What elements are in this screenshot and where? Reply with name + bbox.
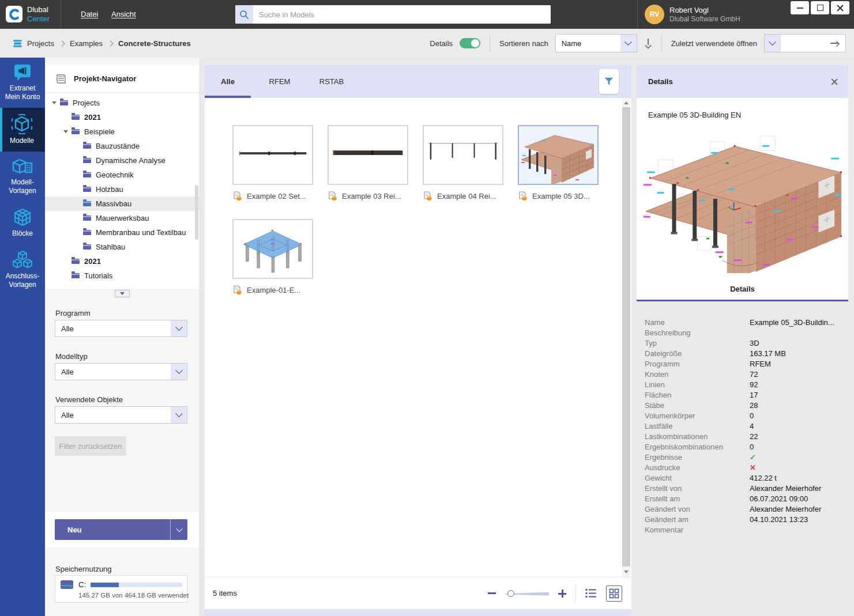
details-toggle[interactable] [460, 38, 480, 48]
list-view-icon[interactable] [585, 588, 597, 598]
filter-button[interactable] [599, 69, 619, 94]
model-thumbnail[interactable] [423, 125, 503, 185]
breadcrumb-toolbar: Projects Examples Concrete-Structures De… [0, 29, 854, 58]
tab-rstab[interactable]: RSTAB [309, 65, 355, 98]
thumbnail-size-slider[interactable] [505, 589, 549, 598]
vertical-scrollbar[interactable] [622, 98, 630, 577]
tree-item-geotechnik[interactable]: Geotechnik [45, 168, 199, 182]
slider-knob[interactable] [507, 590, 514, 597]
navigator-panel: Projekt-Navigator Projects 2021 Beispiel… [45, 58, 199, 616]
search-icon[interactable] [235, 5, 253, 24]
connection-template-icon [12, 250, 33, 270]
scroll-down-icon[interactable] [622, 568, 630, 577]
breadcrumb-examples[interactable]: Examples [70, 39, 103, 48]
frame-model-preview [424, 125, 502, 185]
rail-item-bloecke[interactable]: Blöcke [0, 202, 45, 244]
navigator-header: Projekt-Navigator [45, 65, 199, 93]
divider [575, 585, 576, 602]
zoom-in-icon[interactable] [558, 589, 566, 598]
filter-reset-button[interactable]: Filter zurücksetzen [55, 436, 126, 456]
model-card[interactable]: Example 04 Rei... [423, 125, 505, 201]
model-file-icon [232, 191, 242, 201]
maximize-button[interactable] [811, 1, 829, 14]
property-row-ausdrucke: Ausdrucke✕ [645, 462, 841, 473]
search-box[interactable] [235, 5, 551, 24]
model-thumbnail[interactable] [232, 125, 313, 185]
details-title: Details [637, 77, 673, 86]
tree-scrollbar[interactable] [195, 185, 198, 240]
menu-ansicht[interactable]: Ansicht [111, 10, 136, 18]
sort-select[interactable]: Name [555, 34, 637, 52]
tree-item-dynamische-analyse[interactable]: Dynamische Analyse [45, 153, 199, 168]
tree-collapse-button[interactable] [115, 290, 130, 297]
building-model-preview [519, 126, 597, 184]
rail-item-modelle[interactable]: Modelle [0, 108, 45, 152]
tree-item-membranbau[interactable]: Membranbau und Textilbau [45, 225, 199, 240]
tree-item-2021-2[interactable]: 2021 [45, 254, 199, 269]
model-thumbnail[interactable] [518, 125, 599, 185]
model-thumbnail[interactable] [232, 219, 313, 279]
tree-item-bauzustaende[interactable]: Bauzustände [45, 139, 199, 153]
minimize-button[interactable] [791, 1, 809, 14]
filter-programm-select[interactable]: Alle [55, 320, 187, 337]
model-thumbnail[interactable] [328, 125, 408, 185]
tree-item-tutorials[interactable]: Tutorials [45, 269, 199, 283]
folder-icon [72, 273, 80, 278]
zoom-out-icon[interactable] [488, 592, 496, 594]
new-button[interactable]: Neu [55, 519, 187, 540]
search-input[interactable] [253, 5, 551, 24]
tab-rfem[interactable]: RFEM [257, 65, 303, 98]
rail-item-anschluss-vorlagen[interactable]: Anschluss- Vorlagen [0, 244, 45, 296]
content-statusbar: 5 items [205, 577, 631, 609]
details-header: Details [637, 65, 848, 98]
sort-direction-icon[interactable] [644, 39, 652, 48]
new-dropdown-icon[interactable] [170, 519, 187, 540]
property-row: Kommentar [645, 524, 841, 535]
model-card-selected[interactable]: Example 05 3D... [518, 125, 600, 201]
check-icon: ✓ [750, 453, 841, 462]
window-controls [791, 1, 849, 14]
property-row: Ergebniskombinationen0 [645, 441, 841, 452]
rail-item-extranet[interactable]: Extranet Mein Konto [0, 58, 45, 108]
model-grid: Example 02 Set... Example 03 Rei... [205, 98, 631, 577]
model-card[interactable]: Example 02 Set... [232, 125, 314, 201]
menu-datei[interactable]: Datei [81, 10, 98, 18]
details-tab[interactable]: Details [637, 285, 848, 293]
chevron-right-icon [108, 40, 114, 46]
user-block[interactable]: RV Robert Vogl Dlubal Software GmbH [645, 5, 740, 24]
model-card[interactable]: Example 03 Rei... [328, 125, 409, 201]
tree-item-massivbau[interactable]: Massivbau [45, 196, 199, 211]
scroll-up-icon[interactable] [622, 98, 630, 107]
open-arrow-icon[interactable] [830, 40, 840, 47]
scrollbar-thumb[interactable] [622, 107, 630, 566]
breadcrumb-current: Concrete-Structures [118, 39, 191, 48]
filter-programm-label: Programm [55, 309, 91, 318]
user-org: Dlubal Software GmbH [669, 15, 740, 24]
folder-icon [83, 244, 91, 250]
folder-icon [72, 115, 80, 120]
storage-used-text: 145.27 GB von 464.18 GB verwendet [78, 592, 182, 599]
close-button[interactable] [831, 1, 849, 14]
close-icon[interactable] [831, 78, 838, 85]
avatar[interactable]: RV [645, 5, 664, 24]
chevron-right-icon [59, 40, 65, 46]
breadcrumb-projects[interactable]: Projects [27, 39, 54, 48]
rail-item-modell-vorlagen[interactable]: Modell- Vorlagen [0, 152, 45, 202]
tree-item-2021[interactable]: 2021 [45, 110, 199, 124]
recent-combo[interactable] [764, 34, 846, 52]
tree-item-projects[interactable]: Projects [45, 96, 199, 110]
tree-item-beispiele[interactable]: Beispiele [45, 124, 199, 139]
tree-item-stahlbau[interactable]: Stahlbau [45, 240, 199, 254]
model-card[interactable]: Example-01-E... [232, 219, 314, 295]
filter-modelltyp-select[interactable]: Alle [55, 363, 187, 380]
folder-icon [72, 129, 80, 134]
property-row: Erstellt vonAlexander Meierhofer [645, 483, 841, 493]
tree-item-mauerwerksbau[interactable]: Mauerwerksbau [45, 211, 199, 225]
property-row: ProgrammRFEM [645, 358, 841, 369]
item-count: 5 items [205, 589, 237, 598]
grid-view-button[interactable] [606, 585, 622, 602]
dlubal-logo-icon [6, 6, 22, 22]
filter-objekte-select[interactable]: Alle [55, 406, 187, 424]
tree-item-holzbau[interactable]: Holzbau [45, 182, 199, 196]
tab-alle[interactable]: Alle [205, 65, 251, 98]
